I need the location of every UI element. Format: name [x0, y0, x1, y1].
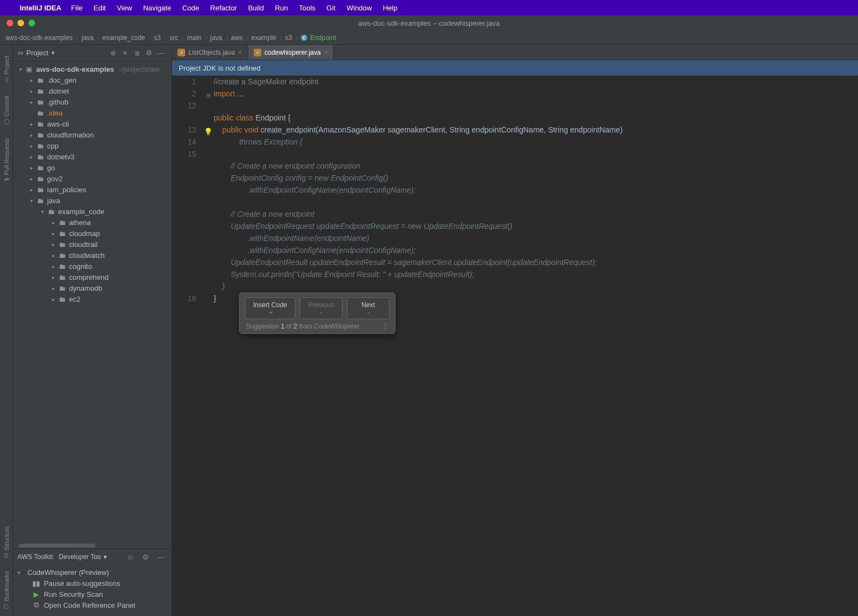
tree-folder[interactable]: ▸🖿dynamodb: [13, 283, 171, 293]
breadcrumb[interactable]: aws-doc-sdk-examples: [5, 34, 82, 42]
settings-icon[interactable]: ⚙: [143, 47, 155, 59]
next-suggestion-button[interactable]: Next →: [347, 297, 390, 319]
module-icon: ▣: [24, 65, 34, 73]
chevron-icon: ▸: [27, 154, 35, 160]
panel-icon: ⧉: [32, 601, 41, 609]
play-icon: ▶: [32, 590, 41, 598]
tree-folder[interactable]: ▸🖿.dotnet: [13, 85, 171, 96]
tree-folder[interactable]: ▸🖿cloudwatch: [13, 250, 171, 261]
tool-tab-bookmarks[interactable]: ❐Bookmarks: [3, 571, 10, 609]
tree-folder[interactable]: ▸🖿aws-cli: [13, 118, 171, 129]
folder-name: dotnetv3: [47, 153, 75, 161]
close-tab-icon[interactable]: ×: [324, 49, 328, 56]
tool-window-bar-left: ▭Project ◯Commit ⇄Pull Requests ⌬Structu…: [0, 45, 13, 616]
tree-folder[interactable]: ▸🖿comprehend: [13, 272, 171, 283]
chevron-icon: ▸: [27, 88, 35, 94]
code-editor[interactable]: 121213141516 💡 //create a SageMaker endp…: [172, 76, 858, 616]
tree-folder[interactable]: ▸🖿gov2: [13, 173, 171, 184]
close-tab-icon[interactable]: ×: [238, 49, 242, 56]
feedback-icon[interactable]: ☺: [124, 553, 136, 561]
breadcrumb[interactable]: java: [82, 34, 102, 42]
app-name[interactable]: IntelliJ IDEA: [20, 4, 61, 12]
tree-folder[interactable]: ▾🖿java: [13, 195, 171, 206]
menu-edit[interactable]: Edit: [94, 4, 106, 12]
folder-icon: 🖿: [35, 109, 45, 117]
tree-folder[interactable]: ▸🖿cpp: [13, 140, 171, 151]
breadcrumb[interactable]: s3: [285, 34, 301, 42]
menu-help[interactable]: Help: [383, 4, 398, 12]
menu-file[interactable]: File: [71, 4, 83, 12]
tree-folder[interactable]: ▸🖿cloudtrail: [13, 239, 171, 250]
project-view-selector[interactable]: ▭ Project ▾: [18, 49, 55, 57]
tree-folder[interactable]: ▸🖿athena: [13, 217, 171, 228]
menu-build[interactable]: Build: [248, 4, 264, 12]
locate-file-icon[interactable]: ⊕: [107, 47, 119, 59]
breadcrumb[interactable]: aws: [231, 34, 251, 42]
tool-tab-structure[interactable]: ⌬Structure: [3, 526, 10, 558]
window-minimize-button[interactable]: [18, 20, 24, 26]
fold-marker-icon[interactable]: ⊞: [206, 89, 211, 101]
insert-code-button[interactable]: Insert Code ⇥: [245, 297, 295, 319]
breadcrumb[interactable]: example: [251, 34, 285, 42]
breadcrumb[interactable]: main: [187, 34, 210, 42]
hide-panel-icon[interactable]: —: [155, 47, 167, 59]
aws-toolkit-panel: AWS Toolkit: Developer Too▾ ☺ ⚙ — ▾ Code…: [13, 549, 171, 616]
chevron-icon: ▸: [49, 220, 57, 226]
tree-root[interactable]: ▾ ▣ aws-doc-sdk-examples ~/projects/aw: [13, 64, 171, 74]
breadcrumb-current[interactable]: CEndpoint: [301, 34, 342, 42]
run-security-scan-action[interactable]: ▶ Run Security Scan: [18, 589, 167, 600]
menu-window[interactable]: Window: [346, 4, 371, 12]
window-close-button[interactable]: [7, 20, 13, 26]
menu-code[interactable]: Code: [182, 4, 199, 12]
breadcrumb[interactable]: s3: [154, 34, 170, 42]
pause-suggestions-action[interactable]: ▮▮ Pause auto-suggestions: [18, 578, 167, 589]
tree-folder[interactable]: 🖿.idea: [13, 107, 171, 118]
more-options-icon[interactable]: ⋮: [382, 323, 388, 330]
editor-tab-active[interactable]: J codewhisperer.java ×: [248, 45, 334, 60]
breadcrumb[interactable]: src: [169, 34, 187, 42]
tree-folder[interactable]: ▸🖿cloudmap: [13, 228, 171, 239]
horizontal-scrollbar[interactable]: [13, 543, 171, 549]
traffic-lights: [0, 20, 35, 26]
folder-name: .doc_gen: [47, 76, 77, 84]
jdk-warning-banner[interactable]: Project JDK is not defined: [172, 60, 858, 76]
breadcrumb[interactable]: example_code: [102, 34, 154, 42]
folder-icon: 🖿: [57, 295, 67, 303]
breadcrumb[interactable]: java: [210, 34, 231, 42]
aws-profile-dropdown[interactable]: Developer Too▾: [59, 553, 106, 561]
menu-tools[interactable]: Tools: [299, 4, 315, 12]
tool-tab-pull-requests[interactable]: ⇄Pull Requests: [3, 138, 10, 182]
window-maximize-button[interactable]: [28, 20, 35, 26]
folder-name: cpp: [47, 142, 59, 150]
tree-folder[interactable]: ▸🖿dotnetv3: [13, 151, 171, 162]
folder-name: gov2: [47, 175, 62, 183]
chevron-down-icon: ▾: [16, 66, 24, 72]
menu-navigate[interactable]: Navigate: [143, 4, 171, 12]
tree-folder[interactable]: ▸🖿iam_policies: [13, 184, 171, 195]
settings-icon[interactable]: ⚙: [140, 553, 151, 561]
tree-folder[interactable]: ▸🖿cloudformation: [13, 129, 171, 140]
menu-git[interactable]: Git: [327, 4, 336, 12]
tree-folder[interactable]: ▸🖿.doc_gen: [13, 74, 171, 85]
tree-folder[interactable]: ▸🖿go: [13, 162, 171, 173]
project-tree[interactable]: ▾ ▣ aws-doc-sdk-examples ~/projects/aw ▸…: [13, 61, 171, 549]
tool-tab-project[interactable]: ▭Project: [3, 56, 10, 83]
folder-name: cloudwatch: [69, 251, 105, 260]
tool-tab-commit[interactable]: ◯Commit: [3, 96, 10, 125]
tree-folder[interactable]: ▾🖿example_code: [13, 206, 171, 217]
intention-bulb-icon[interactable]: 💡: [204, 126, 213, 138]
tree-folder[interactable]: ▸🖿cognito: [13, 261, 171, 272]
previous-suggestion-button[interactable]: Previous ←: [300, 297, 342, 319]
collapse-all-icon[interactable]: ≣: [131, 47, 143, 59]
tree-folder[interactable]: ▸🖿.github: [13, 96, 171, 107]
menu-run[interactable]: Run: [275, 4, 288, 12]
menu-view[interactable]: View: [117, 4, 132, 12]
open-code-reference-action[interactable]: ⧉ Open Code Reference Panel: [18, 600, 167, 611]
expand-all-icon[interactable]: ≡: [119, 47, 131, 59]
codewhisperer-section[interactable]: ▾ CodeWhisperer (Preview): [18, 567, 167, 578]
folder-name: dynamodb: [69, 284, 102, 292]
tree-folder[interactable]: ▸🖿ec2: [13, 293, 171, 304]
editor-tab[interactable]: J ListObjects.java ×: [172, 45, 248, 60]
hide-panel-icon[interactable]: —: [156, 553, 167, 561]
menu-refactor[interactable]: Refactor: [210, 4, 237, 12]
